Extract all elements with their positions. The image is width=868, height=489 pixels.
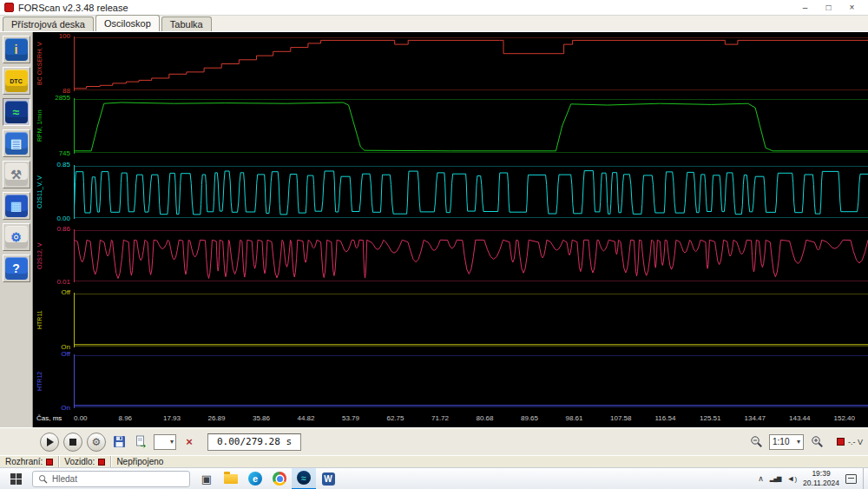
vehicle-status-led [98, 459, 105, 466]
channel-color-swatch [837, 438, 845, 446]
edge-button[interactable]: e [243, 468, 267, 489]
tab-dashboard[interactable]: Přístrojová deska [3, 17, 94, 31]
chevron-down-icon: ▾ [797, 438, 800, 446]
save-button[interactable] [110, 433, 128, 451]
sidebar-dtc-button[interactable]: DTC [3, 67, 30, 95]
show-desktop-button[interactable] [863, 468, 866, 489]
play-button[interactable] [40, 433, 59, 452]
time-tick-label: 107.58 [610, 414, 631, 422]
clear-icon: × [186, 436, 193, 447]
vehicle-status: Vozidlo: [59, 456, 111, 467]
vehicle-info-icon: i [5, 38, 28, 61]
channel-lane-rpm: RPM, 1/min2855745 [33, 98, 868, 154]
time-tick-label: 152.40 [834, 414, 855, 422]
time-scale-value: 1:10 [773, 437, 789, 446]
sidebar-oscilloscope-button[interactable]: ≈ [3, 98, 30, 126]
time-tick-label: 35.86 [253, 414, 270, 422]
channel-label-o2s12: O2S12, V [36, 229, 44, 282]
channel-max-label: 100 [33, 33, 70, 40]
interface-status-led [46, 459, 53, 466]
service-icon: ⚒ [5, 163, 28, 186]
time-tick-label: 71.72 [431, 414, 449, 422]
channel-label-bc-oxserh: BC OXSERH, V [36, 36, 44, 91]
tab-oscilloscope[interactable]: Osciloskop [95, 15, 160, 31]
folder-icon [224, 474, 238, 484]
system-tray: ∧ ▂▄▆ ◄) 19:39 20.11.2024 [758, 468, 868, 489]
tray-expand-button[interactable]: ∧ [758, 474, 764, 483]
time-tick-label: 125.51 [700, 414, 720, 422]
time-tick-label: 44.82 [298, 414, 315, 422]
forscan-icon: ≈ [297, 471, 311, 485]
sidebar: iDTC≈▤⚒▦⚙? [0, 32, 33, 427]
channel-label-o2s11: O2S11_V, V [36, 165, 44, 219]
channel-min-label: On [33, 405, 70, 412]
oscilloscope-icon: ≈ [5, 101, 28, 123]
time-axis-title: Čas, ms [36, 414, 62, 422]
taskbar-search[interactable]: Hledat [32, 471, 190, 487]
interface-label: Rozhraní: [5, 457, 43, 466]
clock-date: 20.11.2024 [803, 479, 839, 488]
volume-icon[interactable]: ◄) [786, 474, 797, 484]
minimize-button[interactable]: – [793, 1, 817, 15]
sidebar-service-button[interactable]: ⚒ [3, 161, 30, 188]
action-center-icon[interactable] [845, 474, 857, 484]
channel-lane-o2s12: O2S12, V0.860.01 [33, 229, 868, 282]
clock-time: 19:39 [803, 469, 839, 479]
chrome-button[interactable] [267, 468, 292, 489]
search-icon [38, 474, 48, 484]
start-button[interactable] [3, 468, 28, 489]
zoom-controls: 1:10▾ -.- V [747, 433, 863, 451]
channel-min-label: 745 [33, 150, 70, 157]
word-button[interactable]: W [316, 468, 340, 489]
channel-lane-bc-oxserh: BC OXSERH, V10088 [33, 36, 868, 91]
scope-toolbar: ⚙ ▾ × 0.00/279.28 s 1:10▾ -.- V [0, 427, 868, 455]
channel-lane-o2s11: O2S11_V, V0.850.00 [33, 165, 868, 219]
search-placeholder: Hledat [52, 474, 77, 484]
main-area: iDTC≈▤⚒▦⚙? BC OXSERH, V10088RPM, 1/min28… [0, 32, 868, 427]
settings-icon: ⚙ [5, 226, 28, 248]
zoom-out-button[interactable] [747, 433, 765, 451]
channel-max-label: 0.86 [33, 226, 70, 233]
stop-icon [69, 439, 76, 446]
channel-min-label: 0.01 [33, 279, 70, 286]
sidebar-help-button[interactable]: ? [3, 254, 30, 282]
sidebar-configuration-button[interactable]: ▦ [3, 192, 30, 220]
file-explorer-button[interactable] [219, 468, 243, 489]
sidebar-settings-button[interactable]: ⚙ [3, 223, 30, 251]
interface-status: Rozhraní: [0, 456, 59, 467]
channel-max-label: Off [33, 351, 70, 358]
stop-button[interactable] [63, 433, 82, 452]
tab-table[interactable]: Tabulka [161, 17, 212, 31]
sidebar-vehicle-info-button[interactable]: i [3, 36, 30, 63]
scope-settings-button[interactable]: ⚙ [87, 433, 106, 452]
zoom-in-button[interactable] [808, 433, 825, 451]
export-button[interactable] [132, 433, 149, 451]
forscan-window: FORScan v2.3.48 release – □ × Přístrojov… [0, 0, 868, 489]
time-tick-label: 134.47 [745, 414, 766, 422]
channel-label-htr11: HTR11 [36, 293, 44, 347]
status-bar: Rozhraní: Vozidlo: Nepřipojeno [0, 455, 868, 467]
time-scale-select[interactable]: 1:10▾ [769, 434, 804, 450]
time-tick-label: 0.00 [74, 414, 88, 422]
forscan-taskbar-button[interactable]: ≈ [292, 468, 316, 489]
play-icon [47, 438, 54, 446]
maximize-button[interactable]: □ [817, 1, 840, 15]
title-bar: FORScan v2.3.48 release – □ × [0, 0, 868, 16]
time-axis: Čas, ms0.008.9617.9326.8935.8644.8253.79… [33, 413, 868, 424]
taskbar-clock[interactable]: 19:39 20.11.2024 [803, 469, 839, 487]
save-icon [113, 435, 126, 448]
channel-label-htr12: HTR12 [36, 354, 44, 408]
time-tick-label: 98.61 [566, 414, 583, 422]
sidebar-tests-button[interactable]: ▤ [3, 129, 30, 157]
clear-button[interactable]: × [181, 433, 198, 451]
network-icon[interactable]: ▂▄▆ [770, 474, 781, 483]
edge-icon: e [248, 472, 262, 486]
help-icon: ? [5, 257, 28, 280]
close-button[interactable]: × [840, 1, 864, 15]
view-mode-select[interactable]: ▾ [154, 434, 176, 450]
window-controls: – □ × [793, 1, 864, 15]
task-view-button[interactable]: ▣ [194, 468, 219, 489]
time-tick-label: 80.68 [477, 414, 494, 422]
oscilloscope-plot[interactable]: BC OXSERH, V10088RPM, 1/min2855745O2S11_… [33, 32, 868, 427]
time-tick-label: 8.96 [119, 414, 133, 422]
